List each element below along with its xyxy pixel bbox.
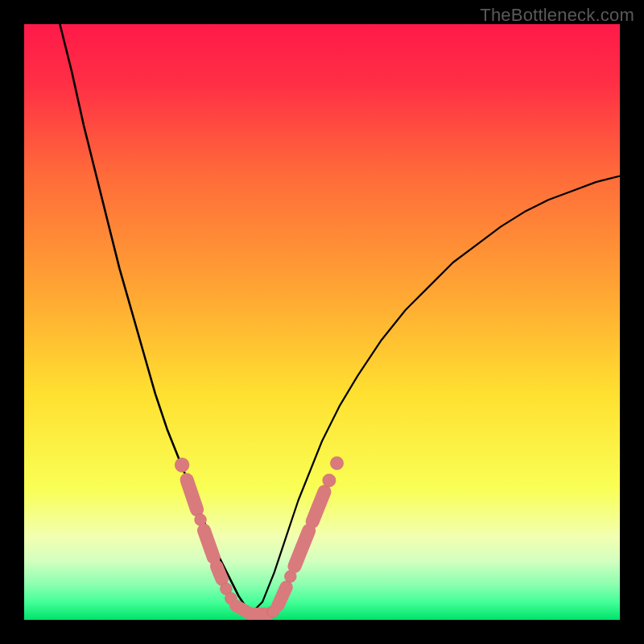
svg-line-13: [295, 530, 309, 566]
data-beads: [175, 456, 343, 617]
svg-line-4: [204, 530, 213, 557]
plot-area: [24, 24, 620, 620]
svg-line-11: [278, 587, 286, 605]
curve-layer: [24, 24, 620, 620]
svg-point-1: [175, 458, 189, 473]
chart-frame: TheBottleneck.com: [0, 0, 644, 644]
svg-line-5: [217, 566, 222, 579]
svg-line-2: [187, 480, 197, 510]
watermark-text: TheBottleneck.com: [480, 5, 634, 26]
svg-point-16: [330, 456, 343, 469]
left-curve: [60, 24, 250, 614]
svg-point-15: [323, 474, 336, 487]
svg-line-14: [312, 492, 324, 522]
